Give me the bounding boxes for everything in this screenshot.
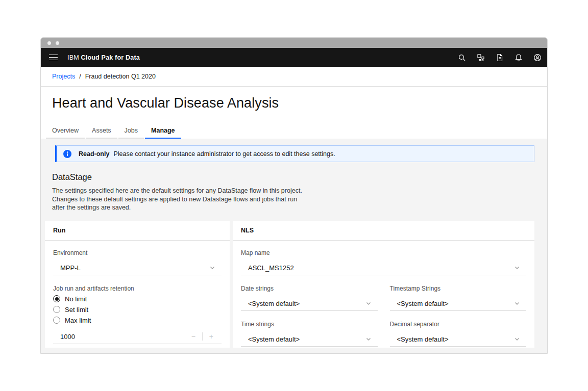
time-strings-select[interactable]: <System default> (241, 332, 378, 347)
decimal-separator-field: Decimal separator <System default> (390, 320, 527, 347)
environment-label: Environment (53, 249, 222, 257)
chevron-down-icon (514, 265, 520, 271)
page-title: Heart and Vascular Disease Analysis (52, 95, 536, 111)
tab-jobs[interactable]: Jobs (118, 123, 144, 139)
menu-icon[interactable] (45, 50, 61, 65)
time-strings-label: Time strings (241, 320, 378, 328)
brand-name: Cloud Pak for Data (81, 54, 140, 61)
tab-assets[interactable]: Assets (86, 123, 117, 139)
run-card-title: Run (45, 221, 230, 241)
tab-bar: Overview Assets Jobs Manage (46, 123, 536, 139)
title-area: Heart and Vascular Disease Analysis Over… (41, 87, 547, 139)
app-header: IBM Cloud Pak for Data (41, 48, 547, 67)
breadcrumb-current: Fraud detection Q1 2020 (85, 73, 156, 80)
header-actions (457, 53, 542, 62)
time-strings-field: Time strings <System default> (241, 320, 378, 347)
radio-no-limit[interactable]: No limit (53, 294, 222, 304)
document-icon[interactable] (495, 53, 504, 62)
window-control-dot[interactable] (56, 41, 59, 45)
map-name-label: Map name (241, 249, 526, 257)
timestamp-strings-select[interactable]: <System default> (390, 297, 527, 311)
environment-value: MPP-L (60, 264, 209, 272)
nls-card-title: NLS (233, 221, 534, 241)
radio-button-icon (53, 306, 60, 313)
services-icon[interactable] (476, 53, 485, 62)
number-stepper: − + (190, 332, 214, 341)
app-window: IBM Cloud Pak for Data Projects / Fraud … (40, 37, 548, 354)
radio-button-icon (53, 295, 60, 302)
stepper-divider (202, 332, 203, 341)
date-strings-field: Date strings <System default> (241, 284, 378, 311)
run-card: Run Environment MPP-L Job run and artifa… (45, 221, 230, 348)
breadcrumb-link-projects[interactable]: Projects (52, 73, 75, 80)
increment-button[interactable]: + (208, 333, 214, 340)
breadcrumb: Projects / Fraud detection Q1 2020 (41, 67, 547, 87)
chevron-down-icon (209, 265, 215, 271)
map-name-value: ASCL_MS1252 (248, 264, 514, 272)
date-strings-select[interactable]: <System default> (241, 297, 378, 311)
decimal-separator-label: Decimal separator (390, 320, 527, 328)
tab-overview[interactable]: Overview (46, 123, 85, 139)
chevron-down-icon (365, 300, 372, 306)
notifications-icon[interactable] (514, 53, 523, 62)
retention-radio-group: No limit Set limit Max limit (53, 294, 222, 326)
chevron-down-icon (365, 336, 372, 342)
decrement-button[interactable]: − (190, 333, 197, 340)
chevron-down-icon (514, 300, 520, 306)
readonly-notification: Read-only Please contact your instance a… (55, 145, 534, 162)
window-control-dot[interactable] (47, 41, 51, 45)
breadcrumb-separator: / (79, 73, 81, 80)
nls-card: NLS Map name ASCL_MS1252 Date strings <S… (233, 221, 534, 348)
radio-button-icon (53, 317, 60, 324)
limit-number-input[interactable]: 1000 − + (53, 330, 222, 344)
info-icon (63, 150, 71, 158)
notification-title: Read-only (79, 150, 109, 158)
timestamp-strings-field: Timestamp Strings <System default> (390, 284, 527, 311)
section-description: The settings specified here are the defa… (52, 187, 307, 212)
limit-value: 1000 (60, 333, 190, 341)
brand-prefix: IBM (67, 54, 79, 61)
notification-message: Please contact your instance administrat… (113, 150, 335, 158)
section-title: DataStage (52, 172, 534, 182)
manage-content: Read-only Please contact your instance a… (41, 139, 547, 353)
map-name-select[interactable]: ASCL_MS1252 (241, 261, 526, 275)
environment-select[interactable]: MPP-L (53, 261, 222, 275)
settings-cards: Run Environment MPP-L Job run and artifa… (45, 221, 534, 348)
window-titlebar (41, 38, 547, 48)
brand-title: IBM Cloud Pak for Data (67, 54, 140, 61)
decimal-separator-select[interactable]: <System default> (390, 332, 527, 347)
timestamp-strings-label: Timestamp Strings (390, 284, 527, 293)
radio-max-limit[interactable]: Max limit (53, 315, 222, 326)
chevron-down-icon (514, 336, 520, 342)
avatar-icon[interactable] (533, 53, 542, 62)
retention-label: Job run and artifacts retention (53, 284, 222, 293)
date-strings-label: Date strings (241, 284, 378, 293)
radio-set-limit[interactable]: Set limit (53, 304, 222, 315)
tab-manage[interactable]: Manage (145, 123, 181, 139)
search-icon[interactable] (457, 53, 466, 62)
